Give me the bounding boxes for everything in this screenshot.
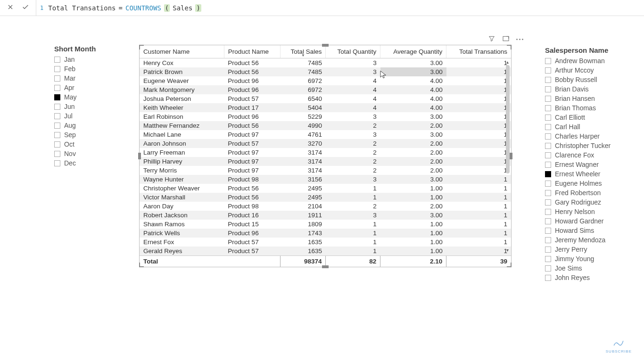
table-row[interactable]: Patrick Brown Product 56 7485 3 3.00 1 [140, 67, 511, 76]
cancel-formula-icon[interactable] [7, 3, 14, 12]
resize-handle[interactable] [138, 153, 141, 159]
table-row[interactable]: Eugene Weaver Product 96 6972 4 4.00 1 [140, 76, 511, 85]
table-row[interactable]: Terry Morris Product 97 3174 2 2.00 1 [140, 166, 511, 175]
salesperson-item[interactable]: Andrew Bowman [545, 57, 620, 65]
checkbox-icon[interactable] [545, 247, 551, 253]
checkbox-icon[interactable] [545, 218, 551, 224]
col-header-sales[interactable]: Total Sales [281, 45, 326, 58]
checkbox-icon[interactable] [54, 85, 60, 91]
table-row[interactable]: Matthew Fernandez Product 56 4990 2 2.00… [140, 121, 511, 130]
checkbox-icon[interactable] [54, 123, 60, 129]
formula-input[interactable]: 1 Total Transations = COUNTROWS( Sales ) [36, 4, 205, 12]
salesperson-item[interactable]: Howard Gardner [545, 217, 620, 225]
more-options-icon[interactable] [516, 39, 523, 40]
salesperson-item[interactable]: Eugene Holmes [545, 180, 620, 187]
month-item[interactable]: May [54, 93, 130, 101]
salesperson-item[interactable]: Fred Robertson [545, 189, 620, 197]
month-item[interactable]: Feb [54, 65, 130, 73]
month-item[interactable]: Dec [54, 159, 130, 167]
salesperson-item[interactable]: Jerry Perry [545, 246, 620, 253]
checkbox-icon[interactable] [54, 151, 60, 157]
checkbox-icon[interactable] [54, 104, 60, 110]
checkbox-icon[interactable] [54, 57, 60, 63]
salesperson-item[interactable]: Charles Harper [545, 132, 620, 140]
salesperson-item[interactable]: Ernest Wagner [545, 161, 620, 168]
month-item[interactable]: Aug [54, 122, 130, 129]
filter-icon[interactable] [488, 35, 495, 44]
table-row[interactable]: Earl Robinson Product 96 5229 3 3.00 1 [140, 112, 511, 121]
table-row[interactable]: Gerald Reyes Product 57 1635 1 1.00 1 [140, 247, 511, 256]
salesperson-item[interactable]: Howard Sims [545, 227, 620, 234]
month-item[interactable]: Sep [54, 131, 130, 139]
salesperson-item[interactable]: Arthur Mccoy [545, 66, 620, 74]
checkbox-icon[interactable] [545, 77, 551, 83]
focus-mode-icon[interactable] [502, 35, 510, 44]
salesperson-item[interactable]: Joe Sims [545, 264, 620, 272]
checkbox-icon[interactable] [545, 181, 551, 187]
salesperson-item[interactable]: Bobby Russell [545, 76, 620, 83]
checkbox-icon[interactable] [545, 115, 551, 121]
month-item[interactable]: Mar [54, 74, 130, 82]
resize-corner[interactable] [507, 263, 512, 267]
col-header-trans[interactable]: Total Transations [446, 45, 511, 58]
table-visual[interactable]: Customer Name Product Name Total Sales T… [139, 45, 512, 267]
table-row[interactable]: Larry Freeman Product 97 3174 2 2.00 1 [140, 148, 511, 157]
checkbox-icon[interactable] [545, 162, 551, 168]
table-row[interactable]: Keith Wheeler Product 17 5404 4 4.00 1 [140, 103, 511, 112]
salesperson-item[interactable]: Christopher Tucker [545, 142, 620, 149]
month-item[interactable]: Jun [54, 103, 130, 110]
salesperson-item[interactable]: John Reyes [545, 274, 620, 281]
checkbox-icon[interactable] [54, 160, 60, 166]
checkbox-icon[interactable] [54, 132, 60, 138]
col-header-product[interactable]: Product Name [224, 45, 281, 58]
salesperson-item[interactable]: Ernest Wheeler [545, 170, 620, 178]
table-row[interactable]: Aaron Johnson Product 57 3270 2 2.00 1 [140, 139, 511, 148]
checkbox-icon[interactable] [545, 58, 551, 64]
checkbox-icon[interactable] [545, 86, 551, 92]
checkbox-icon[interactable] [54, 66, 60, 72]
checkbox-icon[interactable] [545, 171, 551, 177]
salesperson-item[interactable]: Brian Hansen [545, 95, 620, 102]
table-row[interactable]: Shawn Ramos Product 15 1809 1 1.00 1 [140, 220, 511, 229]
checkbox-icon[interactable] [545, 133, 551, 140]
checkbox-icon[interactable] [545, 124, 551, 130]
table-row[interactable]: Robert Jackson Product 16 1911 3 3.00 1 [140, 211, 511, 220]
month-item[interactable]: Nov [54, 150, 130, 157]
salesperson-item[interactable]: Carl Elliott [545, 114, 620, 121]
salesperson-item[interactable]: Brian Thomas [545, 104, 620, 112]
checkbox-icon[interactable] [545, 67, 551, 74]
checkbox-icon[interactable] [54, 75, 60, 82]
checkbox-icon[interactable] [545, 275, 551, 281]
col-header-customer[interactable]: Customer Name [140, 45, 224, 58]
salesperson-item[interactable]: Brian Davis [545, 85, 620, 93]
checkbox-icon[interactable] [54, 113, 60, 119]
checkbox-icon[interactable] [545, 199, 551, 206]
month-item[interactable]: Oct [54, 140, 130, 148]
table-row[interactable]: Victor Marshall Product 56 2495 1 1.00 1 [140, 193, 511, 202]
checkbox-icon[interactable] [545, 152, 551, 158]
table-row[interactable]: Joshua Peterson Product 57 6540 4 4.00 1 [140, 94, 511, 103]
table-row[interactable]: Ernest Fox Product 57 1635 1 1.00 1 [140, 238, 511, 247]
salesperson-item[interactable]: Henry Nelson [545, 208, 620, 215]
col-header-avg[interactable]: Average Quantity [380, 45, 446, 58]
checkbox-icon[interactable] [545, 143, 551, 149]
table-row[interactable]: Christopher Weaver Product 56 2495 1 1.0… [140, 184, 511, 193]
scroll-up-icon[interactable]: ▴ [506, 59, 509, 65]
checkbox-icon[interactable] [54, 94, 60, 100]
salesperson-item[interactable]: Jeremy Mendoza [545, 236, 620, 244]
salesperson-item[interactable]: Clarence Fox [545, 151, 620, 159]
resize-handle[interactable] [322, 265, 329, 268]
table-row[interactable]: Mark Montgomery Product 96 6972 4 4.00 1 [140, 85, 511, 94]
checkbox-icon[interactable] [545, 256, 551, 262]
table-row[interactable]: Wayne Hunter Product 98 3156 3 3.00 1 [140, 175, 511, 184]
table-scrollbar[interactable]: ▴ ▾ [504, 59, 511, 253]
checkbox-icon[interactable] [545, 265, 551, 272]
checkbox-icon[interactable] [54, 141, 60, 148]
col-header-qty[interactable]: Total Quantity [326, 45, 380, 58]
checkbox-icon[interactable] [545, 190, 551, 196]
month-item[interactable]: Jan [54, 56, 130, 63]
month-item[interactable]: Jul [54, 112, 130, 120]
commit-formula-icon[interactable] [22, 3, 29, 12]
checkbox-icon[interactable] [545, 96, 551, 102]
scroll-down-icon[interactable]: ▾ [506, 247, 509, 253]
